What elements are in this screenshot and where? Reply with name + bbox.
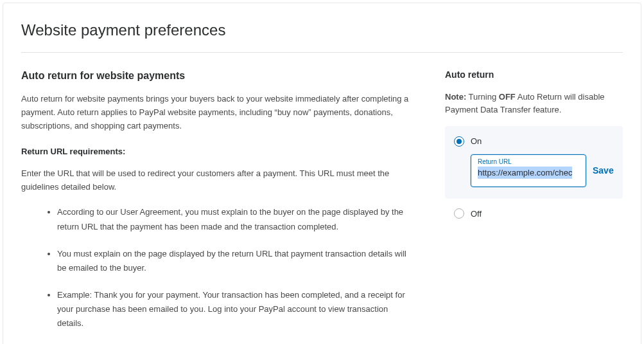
note-bold: OFF: [499, 92, 516, 102]
radio-on-icon: [454, 136, 464, 147]
description-column: Auto return for website payments Auto re…: [21, 68, 419, 343]
list-item: You must explain on the page displayed b…: [57, 247, 419, 275]
radio-on[interactable]: On: [454, 135, 614, 148]
note-text: Note: Turning OFF Auto Return will disab…: [445, 91, 623, 116]
note-label: Note:: [445, 92, 466, 102]
on-option-box: On Return URL https://example.com/chec S…: [445, 126, 623, 199]
return-url-value: https://example.com/chec: [478, 167, 572, 179]
save-button[interactable]: Save: [593, 164, 614, 177]
note-mid1: Turning: [466, 92, 499, 102]
list-item: According to our User Agreement, you mus…: [57, 205, 419, 233]
requirements-list: According to our User Agreement, you mus…: [21, 205, 419, 330]
content-area: Auto return for website payments Auto re…: [21, 68, 623, 343]
radio-off-icon: [454, 208, 464, 219]
section-heading: Auto return for website payments: [21, 68, 419, 84]
radio-on-label: On: [471, 135, 482, 148]
radio-off[interactable]: Off: [445, 208, 623, 221]
auto-return-heading: Auto return: [445, 68, 623, 82]
list-item: Example: Thank you for your payment. You…: [57, 288, 419, 330]
return-url-input[interactable]: Return URL https://example.com/chec: [471, 154, 586, 187]
controls-column: Auto return Note: Turning OFF Auto Retur…: [445, 68, 623, 343]
radio-off-label: Off: [471, 208, 482, 221]
requirements-intro: Enter the URL that will be used to redir…: [21, 167, 419, 194]
return-url-row: Return URL https://example.com/chec Save: [471, 154, 614, 187]
return-url-label: Return URL: [478, 157, 579, 167]
settings-panel: Website payment preferences Auto return …: [3, 3, 641, 344]
requirements-heading: Return URL requirements:: [21, 145, 419, 158]
intro-text: Auto return for website payments brings …: [21, 93, 419, 132]
page-title: Website payment preferences: [21, 19, 623, 53]
